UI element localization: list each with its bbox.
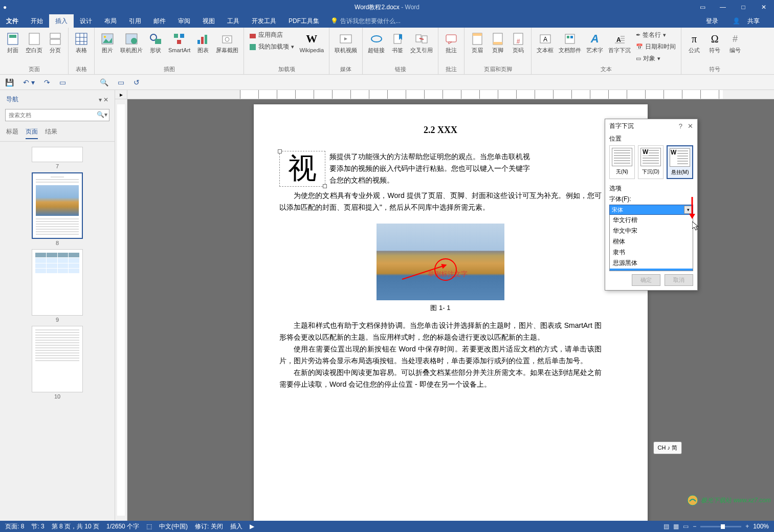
zoom-level[interactable]: 100% [753, 523, 769, 530]
status-language[interactable]: 中文(中国) [159, 522, 188, 531]
undo-icon[interactable]: ↶ ▾ [23, 78, 35, 86]
chevron-down-icon[interactable]: ▾ [684, 206, 692, 214]
dialog-titlebar[interactable]: 首字下沉 ? ✕ [605, 119, 697, 132]
status-page[interactable]: 页面: 8 [5, 522, 24, 531]
page[interactable]: 2.2 XXX 视 频提供了功能强大的方法帮助您证明您的观点。当您单击联机视 要… [254, 104, 648, 521]
view-print-icon[interactable]: ▦ [673, 523, 679, 530]
status-macros-icon[interactable]: ▶ [250, 523, 254, 530]
symbol-button[interactable]: Ω符号 [705, 30, 724, 65]
smartart-button[interactable]: SmartArt [166, 30, 192, 65]
wordart-button[interactable]: A艺术字 [584, 30, 605, 65]
object-button[interactable]: ▭ 对象 ▾ [634, 53, 662, 64]
tell-me-search[interactable]: 💡 告诉我您想要做什么... [330, 14, 401, 28]
tab-design[interactable]: 设计 [74, 14, 98, 28]
font-opt-1[interactable]: 华文中宋 [610, 226, 693, 236]
zoom-in-icon[interactable]: + [745, 523, 749, 530]
page-break-button[interactable]: 分页 [46, 30, 65, 65]
thumb-9[interactable]: 9 [32, 249, 83, 323]
cancel-button[interactable]: 取消 [665, 274, 693, 286]
store-button[interactable]: 应用商店 [247, 30, 285, 40]
quick-parts-button[interactable]: 文档部件 [557, 30, 583, 65]
wikipedia-button[interactable]: WWikipedia [297, 30, 326, 65]
cross-ref-button[interactable]: 交叉引用 [408, 30, 435, 65]
thumb-8[interactable]: 8 [32, 172, 83, 246]
close-button[interactable]: ✕ [754, 0, 774, 14]
number-button[interactable]: #编号 [725, 30, 745, 65]
nav-search-input[interactable] [5, 109, 109, 121]
nav-close-icon[interactable]: ▾ ✕ [99, 96, 108, 103]
font-combo-input[interactable] [609, 205, 693, 215]
qat-more-icon[interactable]: ▭ [59, 78, 66, 86]
nav-tab-pages[interactable]: 页面 [26, 127, 38, 139]
redo-icon[interactable]: ↷ [44, 78, 50, 86]
view-web-icon[interactable]: ▭ [683, 523, 689, 530]
tab-tools[interactable]: 工具 [221, 14, 246, 28]
screenshot-button[interactable]: 屏幕截图 [214, 30, 240, 65]
dialog-help-button[interactable]: ? [679, 122, 682, 130]
opt-in-margin[interactable]: W悬挂(M) [667, 145, 693, 179]
blank-page-button[interactable]: 空白页 [24, 30, 45, 65]
shapes-button[interactable]: 形状 [146, 30, 165, 65]
tab-layout[interactable]: 布局 [98, 14, 123, 28]
tab-mailings[interactable]: 邮件 [147, 14, 172, 28]
ribbon-display-icon[interactable]: ▭ [692, 0, 713, 14]
nav-tab-headings[interactable]: 标题 [6, 127, 18, 139]
login-button[interactable]: 登录 [699, 14, 725, 28]
page-number-button[interactable]: #页码 [508, 30, 528, 65]
status-spell-icon[interactable]: ⬚ [146, 523, 152, 530]
date-time-button[interactable]: 📅 日期和时间 [634, 41, 678, 52]
figure-image[interactable]: 举例标注文字 [377, 224, 504, 300]
tab-review[interactable]: 审阅 [172, 14, 196, 28]
tab-insert[interactable]: 插入 [49, 14, 74, 28]
status-pages[interactable]: 第 8 页，共 10 页 [52, 522, 99, 531]
footer-button[interactable]: 页脚 [488, 30, 507, 65]
font-opt-3[interactable]: 隶书 [610, 247, 693, 258]
bookmark-button[interactable]: 书签 [388, 30, 407, 65]
horizontal-ruler[interactable]: ▸ [115, 90, 774, 99]
status-mode[interactable]: 插入 [230, 522, 242, 531]
qat-icon-2[interactable]: ↺ [134, 78, 140, 86]
textbox-button[interactable]: A文本框 [535, 30, 556, 65]
nav-tab-results[interactable]: 结果 [45, 127, 57, 139]
my-addins-button[interactable]: 我的加载项 ▾ [247, 41, 296, 52]
tab-home[interactable]: 开始 [25, 14, 49, 28]
view-read-icon[interactable]: ▤ [664, 523, 669, 530]
dialog-close-button[interactable]: ✕ [688, 122, 693, 130]
online-video-button[interactable]: 联机视频 [333, 30, 359, 65]
tab-references[interactable]: 引用 [123, 14, 147, 28]
tab-view[interactable]: 视图 [196, 14, 221, 28]
zoom-slider[interactable] [700, 526, 741, 527]
zoom-out-icon[interactable]: − [693, 523, 696, 530]
hyperlink-button[interactable]: 超链接 [366, 30, 387, 65]
save-icon[interactable]: 💾 [5, 78, 14, 86]
font-opt-0[interactable]: 华文行楷 [610, 215, 693, 226]
ok-button[interactable]: 确定 [632, 274, 660, 286]
search-icon[interactable]: 🔍▾ [97, 111, 107, 118]
tab-pdf[interactable]: PDF工具集 [282, 14, 325, 28]
tab-file[interactable]: 文件 [0, 14, 25, 28]
comment-button[interactable]: 批注 [441, 30, 461, 65]
minimize-button[interactable]: — [713, 0, 733, 14]
opt-none[interactable]: 无(N) [609, 145, 635, 179]
nav-search[interactable]: 🔍▾ [5, 109, 109, 121]
signature-line-button[interactable]: ✒ 签名行 ▾ [634, 30, 668, 40]
status-track[interactable]: 修订: 关闭 [195, 522, 223, 531]
font-opt-4[interactable]: 思源黑体 [610, 258, 693, 269]
cover-page-button[interactable]: 封面 [3, 30, 23, 65]
dropcap-box[interactable]: 视 [279, 151, 325, 187]
table-button[interactable]: 表格 [72, 30, 91, 65]
font-opt-2[interactable]: 楷体 [610, 236, 693, 247]
qat-icon-1[interactable]: ▭ [118, 78, 124, 86]
dropcap-button[interactable]: A首字下沉 [606, 30, 633, 65]
vertical-ruler[interactable] [115, 99, 127, 521]
thumb-10[interactable]: 10 [32, 326, 83, 400]
maximize-button[interactable]: □ [733, 0, 754, 14]
tab-developer[interactable]: 开发工具 [246, 14, 282, 28]
status-words[interactable]: 1/2650 个字 [106, 522, 139, 531]
pictures-button[interactable]: 图片 [98, 30, 117, 65]
header-button[interactable]: 页眉 [468, 30, 487, 65]
equation-button[interactable]: π公式 [684, 30, 704, 65]
ruler-corner[interactable]: ▸ [115, 90, 127, 99]
share-button[interactable]: 👤 共享 [725, 14, 774, 28]
find-icon[interactable]: 🔍 [100, 78, 108, 86]
